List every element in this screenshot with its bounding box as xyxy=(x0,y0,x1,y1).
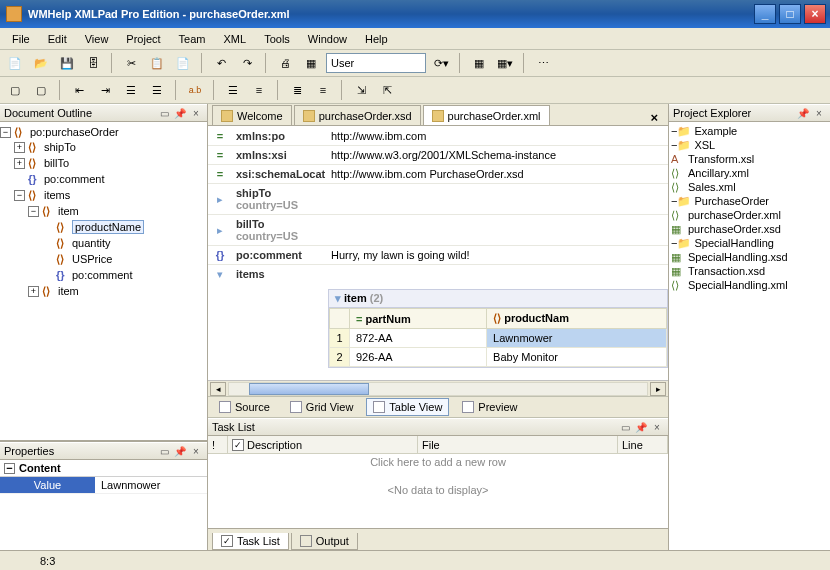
redo-button[interactable]: ↷ xyxy=(236,52,258,74)
panel-pin-icon[interactable]: 📌 xyxy=(796,106,810,120)
cell-partnum-1[interactable]: 872-AA xyxy=(350,329,487,348)
ex-transform[interactable]: Transform.xsl xyxy=(688,153,754,165)
outline-shipto[interactable]: shipTo xyxy=(44,141,76,153)
align1-button[interactable]: ☰ xyxy=(222,79,244,101)
tv-xmlnsxsi[interactable]: xmlns:xsi xyxy=(232,146,327,164)
ex-shxml[interactable]: SpecialHandling.xml xyxy=(688,279,788,291)
cut-button[interactable]: ✂ xyxy=(120,52,142,74)
cell-partnum-2[interactable]: 926-AA xyxy=(350,348,487,367)
view-source[interactable]: Source xyxy=(212,398,277,416)
props-content-hdr[interactable]: Content xyxy=(19,462,61,474)
tv-xmlnspo[interactable]: xmlns:po xyxy=(232,127,327,145)
panel-dock-icon[interactable]: ▭ xyxy=(157,106,171,120)
project-tree[interactable]: −📁Example −📁XSL ΑTransform.xsl ⟨⟩Ancilla… xyxy=(669,122,830,550)
menu-help[interactable]: Help xyxy=(357,31,396,47)
view-table[interactable]: Table View xyxy=(366,398,449,416)
cell-product-1[interactable]: Lawnmower xyxy=(487,329,667,348)
menu-tools[interactable]: Tools xyxy=(256,31,298,47)
ex-ancillary[interactable]: Ancillary.xml xyxy=(688,167,749,179)
table-row[interactable]: 2 926-AA Baby Monitor xyxy=(330,348,667,367)
props-row[interactable]: Value Lawnmower xyxy=(0,477,207,494)
tv-schemaloc[interactable]: xsi:schemaLocat xyxy=(232,165,327,183)
menu-xml[interactable]: XML xyxy=(216,31,255,47)
indent-button[interactable]: ⇥ xyxy=(94,79,116,101)
outline-billto[interactable]: billTo xyxy=(44,157,69,169)
panel-close-icon[interactable]: × xyxy=(189,106,203,120)
saveall-button[interactable]: 🗄 xyxy=(82,52,104,74)
collapse-button[interactable]: ⇲ xyxy=(350,79,372,101)
misc-button[interactable]: ⋯ xyxy=(532,52,554,74)
paste-button[interactable]: 📄 xyxy=(172,52,194,74)
panel-close-icon[interactable]: × xyxy=(650,420,664,434)
list1-button[interactable]: ☰ xyxy=(120,79,142,101)
maximize-button[interactable]: □ xyxy=(779,4,801,24)
ab-button[interactable]: a.b xyxy=(184,79,206,101)
ex-xsl[interactable]: XSL xyxy=(694,139,715,151)
tab-xsd[interactable]: purchaseOrder.xsd xyxy=(294,105,421,125)
tab-close-icon[interactable]: × xyxy=(644,110,664,125)
outline-pocomment[interactable]: po:comment xyxy=(72,269,133,281)
col-product[interactable]: productNam xyxy=(504,312,569,324)
menu-team[interactable]: Team xyxy=(171,31,214,47)
print-button[interactable]: 🖨 xyxy=(274,52,296,74)
items-grid-title[interactable]: item xyxy=(344,292,367,304)
tab-welcome[interactable]: Welcome xyxy=(212,105,292,125)
grid2-button[interactable]: ▦▾ xyxy=(494,52,516,74)
ex-sh[interactable]: SpecialHandling xyxy=(694,237,774,249)
schema-button[interactable]: ▦ xyxy=(300,52,322,74)
scroll-left-icon[interactable]: ◂ xyxy=(210,382,226,396)
outline-comment[interactable]: po:comment xyxy=(44,173,105,185)
col-priority[interactable]: ! xyxy=(208,436,228,453)
outline-root[interactable]: po:purchaseOrder xyxy=(30,126,119,138)
open-button[interactable]: 📂 xyxy=(30,52,52,74)
ex-po[interactable]: PurchaseOrder xyxy=(694,195,769,207)
outline-usprice[interactable]: USPrice xyxy=(72,253,112,265)
expand-button[interactable]: ⇱ xyxy=(376,79,398,101)
new-button[interactable]: 📄 xyxy=(4,52,26,74)
panel-pin-icon[interactable]: 📌 xyxy=(173,106,187,120)
view-grid[interactable]: Grid View xyxy=(283,398,360,416)
outline-quantity[interactable]: quantity xyxy=(72,237,111,249)
col-partnum[interactable]: partNum xyxy=(365,313,410,325)
tv-xmlnspo-val[interactable]: http://www.ibm.com xyxy=(327,127,668,145)
scroll-right-icon[interactable]: ▸ xyxy=(650,382,666,396)
tv-items[interactable]: items xyxy=(232,265,327,283)
h-scrollbar[interactable]: ◂ ▸ xyxy=(208,380,668,396)
tv-schemaloc-val[interactable]: http://www.ibm.com PurchaseOrder.xsd xyxy=(327,165,668,183)
btab-tasklist[interactable]: ✓Task List xyxy=(212,533,289,550)
tab-xml[interactable]: purchaseOrder.xml xyxy=(423,105,550,125)
outline-productname[interactable]: productName xyxy=(72,220,144,234)
close-button[interactable]: × xyxy=(804,4,826,24)
outdent-button[interactable]: ⇤ xyxy=(68,79,90,101)
tv-xmlnsxsi-val[interactable]: http://www.w3.org/2001/XMLSchema-instanc… xyxy=(327,146,668,164)
panel-close-icon[interactable]: × xyxy=(189,444,203,458)
col-description[interactable]: ✓Description xyxy=(228,436,418,453)
panel-dock-icon[interactable]: ▭ xyxy=(157,444,171,458)
tasklist-addrow[interactable]: Click here to add a new row xyxy=(368,454,508,470)
scroll-track[interactable] xyxy=(228,382,648,396)
tv-pocomment[interactable]: po:comment xyxy=(232,246,327,264)
list2-button[interactable]: ☰ xyxy=(146,79,168,101)
menu-project[interactable]: Project xyxy=(118,31,168,47)
scroll-thumb[interactable] xyxy=(249,383,369,395)
ex-trxsd[interactable]: Transaction.xsd xyxy=(688,265,765,277)
panel-dock-icon[interactable]: ▭ xyxy=(618,420,632,434)
props-val[interactable]: Lawnmower xyxy=(95,477,207,493)
panel-pin-icon[interactable]: 📌 xyxy=(634,420,648,434)
grid1-button[interactable]: ▦ xyxy=(468,52,490,74)
copy-button[interactable]: 📋 xyxy=(146,52,168,74)
t2-btn2[interactable]: ▢ xyxy=(30,79,52,101)
outline-item-1[interactable]: item xyxy=(58,205,79,217)
outline-item-2[interactable]: item xyxy=(58,285,79,297)
view-preview[interactable]: Preview xyxy=(455,398,524,416)
tv-shipto[interactable]: shipTo xyxy=(236,187,271,199)
user-dropdown[interactable]: User xyxy=(326,53,426,73)
tv-pocomment-val[interactable]: Hurry, my lawn is going wild! xyxy=(327,246,668,264)
refresh-button[interactable]: ⟳▾ xyxy=(430,52,452,74)
ex-poxsd[interactable]: purchaseOrder.xsd xyxy=(688,223,781,235)
menu-window[interactable]: Window xyxy=(300,31,355,47)
cell-product-2[interactable]: Baby Monitor xyxy=(487,348,667,367)
outline-tree[interactable]: −⟨⟩po:purchaseOrder +⟨⟩shipTo +⟨⟩billTo … xyxy=(0,123,207,301)
menu-file[interactable]: File xyxy=(4,31,38,47)
ex-sales[interactable]: Sales.xml xyxy=(688,181,736,193)
